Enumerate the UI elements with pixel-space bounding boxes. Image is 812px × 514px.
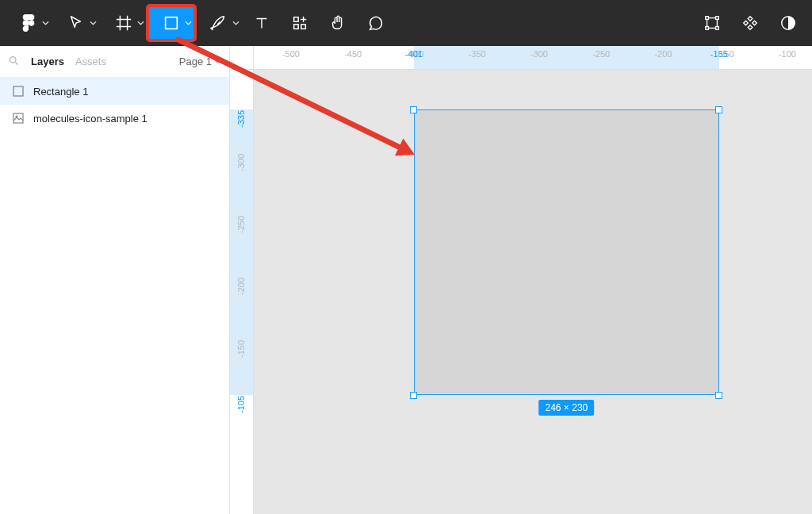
ruler-selection-mark: -105 bbox=[230, 400, 254, 409]
ruler-tick: -250 bbox=[592, 46, 610, 70]
chevron-down-icon bbox=[90, 20, 97, 27]
chevron-down-icon bbox=[42, 20, 49, 27]
chevron-down-icon bbox=[185, 20, 192, 27]
layer-row[interactable]: molecules-icon-sample 1 bbox=[0, 105, 229, 132]
top-toolbar bbox=[0, 0, 812, 46]
svg-point-13 bbox=[16, 116, 17, 117]
ruler-tick: -350 bbox=[469, 46, 486, 70]
layer-label: Rectangle 1 bbox=[33, 86, 88, 98]
svg-point-10 bbox=[10, 56, 17, 63]
selection-handle[interactable] bbox=[715, 392, 722, 399]
page-selector[interactable]: Page 1 bbox=[179, 56, 221, 67]
selection-handle[interactable] bbox=[715, 106, 722, 113]
ruler-horizontal[interactable]: -500-450-400-350-300-250-200-150-100-401… bbox=[254, 46, 812, 70]
ruler-tick: -200 bbox=[230, 282, 254, 291]
tab-layers[interactable]: Layers bbox=[31, 56, 64, 67]
ruler-selection-mark: -401 bbox=[405, 46, 423, 70]
bbox-tool[interactable] bbox=[693, 6, 731, 40]
chevron-down-icon bbox=[232, 20, 239, 27]
selection-handle[interactable] bbox=[410, 106, 417, 113]
ruler-tick: -200 bbox=[654, 46, 672, 70]
panel-header: Layers Assets Page 1 bbox=[0, 46, 229, 78]
rectangle-icon bbox=[13, 86, 24, 97]
page-selector-label: Page 1 bbox=[179, 56, 212, 67]
layer-label: molecules-icon-sample 1 bbox=[33, 113, 147, 125]
resources-tool[interactable] bbox=[281, 6, 319, 40]
frame-tool[interactable] bbox=[100, 6, 147, 40]
ruler-tick: -250 bbox=[230, 220, 254, 229]
dimensions-badge: 246 × 230 bbox=[539, 400, 595, 416]
selected-rectangle[interactable] bbox=[414, 109, 719, 395]
svg-rect-1 bbox=[294, 17, 299, 22]
svg-rect-8 bbox=[716, 27, 719, 30]
canvas[interactable]: 246 × 230 bbox=[254, 70, 812, 514]
svg-rect-0 bbox=[166, 17, 178, 29]
pen-tool[interactable] bbox=[195, 6, 243, 40]
svg-rect-6 bbox=[716, 17, 719, 20]
components-tool[interactable] bbox=[731, 6, 769, 40]
layers-panel: Layers Assets Page 1 Rectangle 1 molecul… bbox=[0, 46, 230, 514]
ruler-tick: -450 bbox=[344, 46, 362, 70]
ruler-selection-mark: -335 bbox=[230, 114, 254, 124]
svg-rect-3 bbox=[301, 25, 306, 29]
ruler-vertical[interactable]: -300-250-200-150-335-105 bbox=[230, 70, 254, 514]
svg-rect-11 bbox=[13, 86, 23, 96]
ruler-tick: -150 bbox=[230, 344, 254, 354]
layer-row[interactable]: Rectangle 1 bbox=[0, 78, 229, 105]
move-tool[interactable] bbox=[52, 6, 100, 40]
ruler-selection-mark: -155 bbox=[710, 46, 728, 70]
ruler-tick: -100 bbox=[779, 46, 796, 70]
figma-menu[interactable] bbox=[5, 6, 52, 40]
svg-rect-2 bbox=[294, 25, 299, 29]
ruler-tick: -500 bbox=[282, 46, 300, 70]
svg-rect-7 bbox=[706, 27, 709, 30]
workspace: -500-450-400-350-300-250-200-150-100-401… bbox=[230, 46, 812, 514]
ruler-corner bbox=[230, 46, 254, 70]
chevron-down-icon bbox=[137, 20, 144, 27]
image-icon bbox=[13, 113, 24, 124]
svg-rect-5 bbox=[706, 17, 709, 20]
mask-tool[interactable] bbox=[769, 6, 807, 40]
comment-tool[interactable] bbox=[357, 6, 395, 40]
ruler-tick: -300 bbox=[230, 158, 254, 167]
search-icon[interactable] bbox=[8, 55, 20, 69]
rectangle-tool[interactable] bbox=[147, 6, 195, 40]
text-tool[interactable] bbox=[243, 6, 281, 40]
hand-tool[interactable] bbox=[319, 6, 357, 40]
ruler-tick: -300 bbox=[530, 46, 548, 70]
chevron-down-icon bbox=[212, 56, 221, 67]
tab-assets[interactable]: Assets bbox=[75, 56, 106, 67]
selection-handle[interactable] bbox=[410, 392, 417, 399]
svg-rect-12 bbox=[13, 113, 23, 123]
